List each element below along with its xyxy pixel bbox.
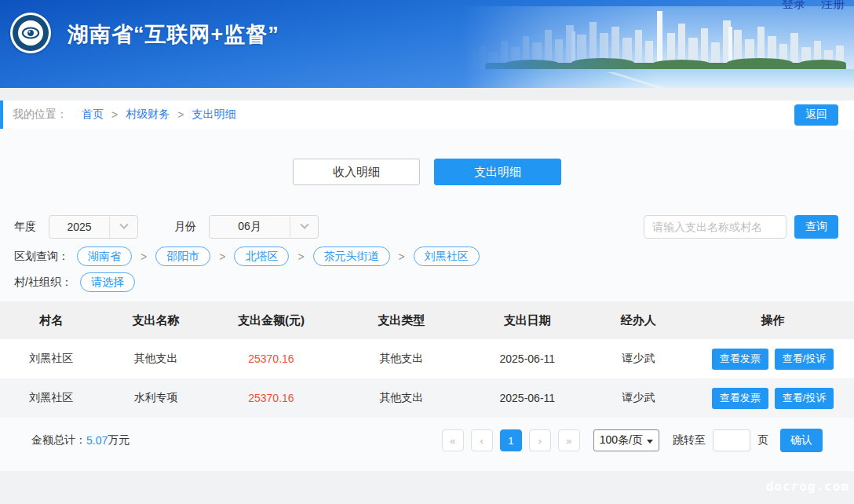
table-row: 刘黑社区 其他支出 25370.16 其他支出 2025-06-11 谭少武 查… bbox=[0, 339, 854, 378]
logo-ring bbox=[13, 15, 49, 51]
cell-amount: 25370.16 bbox=[210, 392, 334, 404]
page-1-button[interactable]: 1 bbox=[500, 429, 522, 451]
year-select[interactable]: 2025 bbox=[49, 215, 138, 239]
region-pill-province[interactable]: 湖南省 bbox=[77, 247, 132, 266]
last-page-button[interactable]: » bbox=[558, 429, 580, 451]
chevron-down-icon bbox=[300, 221, 308, 229]
search-input[interactable] bbox=[644, 215, 786, 239]
cell-agent: 谭少武 bbox=[585, 391, 692, 405]
col-type: 支出类型 bbox=[333, 313, 469, 328]
bottom-strip: docrog.com bbox=[0, 471, 854, 504]
auth-links: 登录 注册 bbox=[782, 0, 845, 12]
region-separator: > bbox=[141, 250, 147, 263]
year-label: 年度 bbox=[14, 220, 36, 234]
tab-income-detail[interactable]: 收入明细 bbox=[293, 159, 420, 185]
total-label: 金额总计： bbox=[31, 433, 86, 447]
org-label: 村/社组织： bbox=[14, 276, 72, 290]
prev-page-button[interactable]: ‹ bbox=[471, 429, 493, 451]
col-actions: 操作 bbox=[692, 313, 854, 328]
breadcrumb-separator: > bbox=[177, 108, 184, 121]
breadcrumb: 我的位置： 首页 > 村级财务 > 支出明细 返回 bbox=[0, 100, 854, 129]
cell-actions: 查看发票 查看/投诉 bbox=[692, 349, 854, 370]
region-pill-community[interactable]: 刘黑社区 bbox=[414, 247, 480, 266]
page-unit-label: 页 bbox=[757, 433, 768, 447]
month-select[interactable]: 06月 bbox=[209, 215, 319, 239]
view-invoice-button[interactable]: 查看发票 bbox=[712, 388, 768, 409]
site-header: 湖南省“互联网+监督” 登录 注册 bbox=[0, 0, 854, 88]
expense-table: 村名 支出名称 支出金额(元) 支出类型 支出日期 经办人 操作 刘黑社区 其他… bbox=[0, 301, 854, 418]
total-value: 5.07 bbox=[86, 434, 108, 447]
cell-village: 刘黑社区 bbox=[0, 352, 103, 366]
detail-tabs: 收入明细 支出明细 bbox=[0, 129, 854, 185]
confirm-button[interactable]: 确认 bbox=[780, 429, 823, 452]
month-label: 月份 bbox=[174, 220, 196, 234]
breadcrumb-separator: > bbox=[111, 108, 118, 121]
cell-date: 2025-06-11 bbox=[469, 352, 585, 365]
jump-label: 跳转至 bbox=[673, 433, 706, 447]
region-label: 区划查询： bbox=[14, 250, 69, 264]
view-invoice-button[interactable]: 查看发票 bbox=[712, 349, 768, 370]
cell-agent: 谭少武 bbox=[585, 352, 692, 366]
register-link[interactable]: 注册 bbox=[821, 0, 845, 12]
year-select-value: 2025 bbox=[49, 221, 109, 233]
region-pill-street[interactable]: 茶元头街道 bbox=[313, 247, 390, 266]
page-jump-input[interactable] bbox=[713, 429, 750, 451]
city-skyline-image bbox=[462, 6, 854, 88]
cell-date: 2025-06-11 bbox=[469, 392, 585, 404]
region-pill-district[interactable]: 北塔区 bbox=[234, 247, 289, 266]
view-complain-button[interactable]: 查看/投诉 bbox=[775, 388, 834, 409]
page-size-select[interactable]: 100条/页 bbox=[593, 429, 659, 451]
region-separator: > bbox=[399, 250, 405, 263]
breadcrumb-expense-detail[interactable]: 支出明细 bbox=[192, 108, 235, 122]
pagination: « ‹ 1 › » 100条/页 跳转至 页 确认 bbox=[442, 429, 823, 452]
first-page-button[interactable]: « bbox=[442, 429, 464, 451]
tab-expense-detail[interactable]: 支出明细 bbox=[434, 159, 561, 185]
page-title: 湖南省“互联网+监督” bbox=[68, 20, 279, 49]
region-filter-row: 区划查询： 湖南省 > 邵阳市 > 北塔区 > 茶元头街道 > 刘黑社区 bbox=[0, 247, 854, 266]
region-pill-city[interactable]: 邵阳市 bbox=[155, 247, 210, 266]
total-unit: 万元 bbox=[108, 433, 130, 447]
breadcrumb-label: 我的位置： bbox=[13, 108, 68, 122]
month-select-value: 06月 bbox=[210, 220, 290, 234]
site-logo bbox=[10, 13, 51, 53]
col-amount: 支出金额(元) bbox=[210, 313, 334, 328]
cell-amount: 25370.16 bbox=[210, 352, 334, 365]
watermark: docrog.com bbox=[766, 479, 849, 494]
login-link[interactable]: 登录 bbox=[782, 0, 805, 12]
back-button[interactable]: 返回 bbox=[794, 104, 838, 126]
page-size-value: 100条/页 bbox=[600, 433, 643, 447]
breadcrumb-home[interactable]: 首页 bbox=[82, 108, 104, 122]
year-select-caret bbox=[109, 216, 137, 238]
table-footer: 金额总计： 5.07 万元 « ‹ 1 › » 100条/页 跳转至 页 确认 bbox=[0, 418, 854, 463]
cell-type: 其他支出 bbox=[333, 391, 469, 405]
col-village: 村名 bbox=[0, 313, 103, 328]
col-date: 支出日期 bbox=[469, 313, 585, 328]
col-agent: 经办人 bbox=[585, 313, 692, 328]
header-gap bbox=[0, 88, 854, 100]
eye-icon bbox=[18, 20, 43, 46]
caret-down-icon bbox=[647, 440, 653, 444]
search-button[interactable]: 查询 bbox=[794, 215, 838, 239]
cell-expense-name: 其他支出 bbox=[103, 352, 210, 366]
chevron-down-icon bbox=[119, 221, 128, 229]
main-content: 收入明细 支出明细 年度 2025 月份 06月 查询 区划查询： 湖南省 > … bbox=[0, 129, 854, 471]
next-page-button[interactable]: › bbox=[529, 429, 551, 451]
region-separator: > bbox=[219, 250, 225, 263]
filter-row: 年度 2025 月份 06月 查询 bbox=[0, 215, 854, 239]
region-separator: > bbox=[297, 250, 304, 263]
col-expense-name: 支出名称 bbox=[103, 313, 210, 328]
table-header-row: 村名 支出名称 支出金额(元) 支出类型 支出日期 经办人 操作 bbox=[0, 301, 854, 339]
cell-village: 刘黑社区 bbox=[0, 391, 103, 405]
view-complain-button[interactable]: 查看/投诉 bbox=[775, 349, 834, 370]
cell-expense-name: 水利专项 bbox=[103, 391, 210, 405]
org-select-pill[interactable]: 请选择 bbox=[80, 272, 135, 292]
month-select-caret bbox=[290, 216, 318, 238]
table-row: 刘黑社区 水利专项 25370.16 其他支出 2025-06-11 谭少武 查… bbox=[0, 378, 854, 418]
org-filter-row: 村/社组织： 请选择 bbox=[0, 272, 854, 292]
cell-type: 其他支出 bbox=[333, 352, 469, 366]
breadcrumb-village-finance[interactable]: 村级财务 bbox=[126, 108, 170, 122]
cell-actions: 查看发票 查看/投诉 bbox=[692, 388, 854, 409]
